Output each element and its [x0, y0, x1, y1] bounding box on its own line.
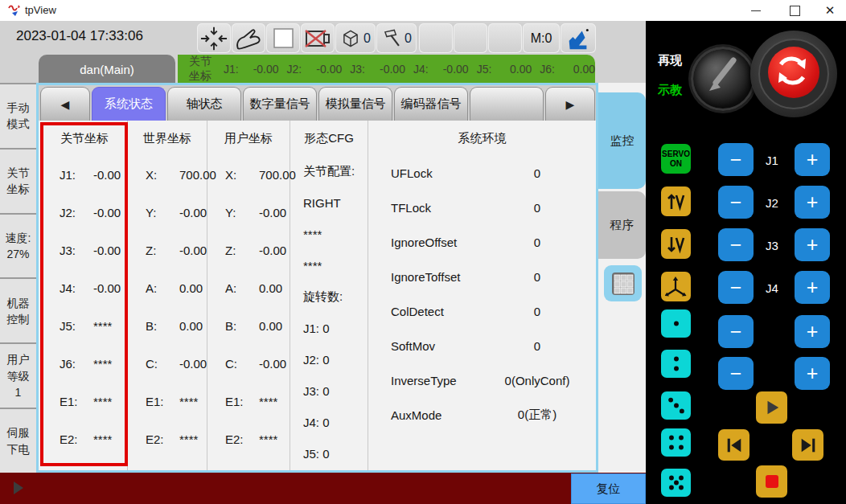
servo-on-button[interactable]: SERVO ON	[661, 144, 691, 174]
user-column-title: 用户坐标	[207, 121, 290, 156]
jog-minus-j4[interactable]: −	[718, 271, 754, 304]
toolbar-empty-button-2[interactable]	[454, 23, 487, 53]
jog-plus-j4[interactable]: +	[795, 271, 830, 304]
status-square-button[interactable]	[266, 23, 300, 53]
dice-4-button[interactable]	[661, 428, 691, 457]
sidebar-item-machine-control[interactable]: 机器 控制	[0, 277, 36, 342]
sidebar-item-servo-power-off[interactable]: 伺服 下电	[0, 408, 36, 473]
maximize-button[interactable]	[779, 0, 810, 21]
jog-minus-6[interactable]: −	[718, 357, 754, 390]
tab-program[interactable]: 程序	[598, 191, 646, 259]
window-title: tpView	[25, 4, 56, 16]
m-counter-button[interactable]: M:0	[523, 23, 560, 53]
dice-5-button[interactable]	[661, 469, 691, 497]
bar-joint-label: J3:	[350, 63, 365, 76]
step-back-button[interactable]	[718, 429, 749, 461]
sidebar-item-joint-coord[interactable]: 关节 坐标	[0, 148, 36, 213]
jog-minus-5[interactable]: −	[718, 315, 754, 348]
jog-plus-j1[interactable]: +	[795, 143, 830, 176]
jog-minus-j1[interactable]: −	[718, 143, 754, 176]
tab-scroll-right-button[interactable]: ▶	[545, 87, 595, 121]
bar-joint-value: 0.00	[563, 63, 595, 76]
mode-teach-label: 示教	[658, 83, 682, 98]
minimize-button[interactable]	[741, 0, 771, 21]
coord-type-label: 关节坐标	[189, 55, 212, 84]
tab-axis-status[interactable]: 轴状态	[167, 87, 241, 121]
joint-row: J2:-0.00	[42, 194, 127, 232]
tab-analog-signals[interactable]: 模拟量信号	[318, 87, 392, 121]
jog-plus-6[interactable]: +	[795, 357, 830, 390]
jog-minus-j2[interactable]: −	[718, 186, 754, 219]
world-row: C:-0.00	[128, 345, 207, 383]
play-button[interactable]	[756, 391, 787, 424]
center-align-button[interactable]	[197, 23, 231, 53]
hand-jog-button[interactable]	[232, 23, 265, 53]
cfg-line: J5: 0	[290, 438, 368, 469]
jog-plus-j3[interactable]: +	[795, 228, 830, 261]
joint-coordinate-bar: 关节坐标 J1:-0.00 J2:-0.00 J3:-0.00 J4:-0.00…	[178, 55, 595, 84]
sidebar-item-speed[interactable]: 速度: 27%	[0, 213, 36, 278]
bar-joint-value: 0.00	[499, 63, 532, 76]
hammer-icon	[381, 27, 402, 51]
alarm-expand-icon[interactable]	[14, 481, 23, 494]
tab-monitor[interactable]: 监控	[598, 92, 646, 189]
jog-minus-j3[interactable]: −	[718, 228, 754, 261]
bar-joint-value: -0.00	[310, 63, 342, 76]
dice-3-button[interactable]	[661, 391, 691, 420]
tab-scroll-left-button[interactable]: ◀	[40, 87, 90, 121]
close-button[interactable]: ✕	[815, 0, 845, 21]
tab-encoder-signals[interactable]: 编码器信号	[394, 87, 468, 121]
estop-red-cap	[768, 47, 819, 98]
jog-plus-j2[interactable]: +	[795, 186, 830, 219]
dice-2-button[interactable]	[661, 350, 691, 378]
user-row: X:700.00	[207, 156, 290, 194]
joint-row: J4:-0.00	[42, 269, 127, 307]
bar-joint-label: J1:	[224, 63, 239, 76]
env-row: ColDetect0	[368, 294, 596, 329]
coordinate-axes-icon	[665, 276, 688, 298]
user-row: E2:****	[207, 420, 290, 458]
reset-button[interactable]: 复位	[571, 473, 646, 504]
servo-off-button[interactable]	[301, 23, 335, 53]
tab-empty[interactable]	[470, 87, 544, 121]
dice-1-button[interactable]	[661, 309, 691, 338]
toolbar-empty-button-3[interactable]	[488, 23, 522, 53]
dice-1-icon	[663, 311, 689, 336]
jog-plus-5[interactable]: +	[795, 315, 830, 348]
tpview-window: tpView ✕ 2023-01-04 17:33:06	[0, 0, 846, 504]
robot-model-button[interactable]	[561, 23, 596, 53]
toolbar-empty-button-1[interactable]	[419, 23, 453, 53]
stop-button[interactable]	[756, 465, 787, 498]
joint-row: J1:-0.00	[42, 156, 127, 194]
speed-up-button[interactable]	[661, 186, 691, 216]
sidebar-item-user-level[interactable]: 用户 等级 1	[0, 342, 36, 408]
stop-icon	[766, 475, 778, 488]
user-row: E1:****	[207, 383, 290, 420]
step-back-icon	[725, 436, 744, 455]
motor-disabled-icon	[303, 26, 332, 51]
tab-system-status[interactable]: 系统状态	[92, 87, 166, 121]
mode-selector-knob[interactable]	[691, 47, 755, 111]
program-tab[interactable]: dan(Main)	[39, 55, 175, 84]
coord-system-button[interactable]	[661, 272, 691, 301]
hand-icon	[235, 27, 262, 51]
maximize-icon	[790, 6, 800, 16]
tab-digital-signals[interactable]: 数字量信号	[243, 87, 317, 121]
emergency-stop-button[interactable]	[750, 31, 837, 117]
alarm-bar	[0, 473, 646, 504]
sidebar-item-manual-mode[interactable]: 手动 模式	[0, 83, 36, 148]
tool-number-button[interactable]: 0	[335, 23, 376, 53]
step-forward-button[interactable]	[792, 429, 823, 461]
main-ui-region: 2023-01-04 17:33:06	[0, 21, 646, 504]
step-forward-icon	[799, 436, 818, 455]
estop-rotate-arrows-icon	[768, 47, 816, 95]
user-coord-column: 用户坐标 X:700.00 Y:-0.00 Z:-0.00 A:0.00 B:0…	[207, 121, 290, 470]
cfg-line: 旋转数:	[290, 281, 368, 313]
speed-down-button[interactable]	[661, 229, 691, 259]
keypad-button[interactable]	[604, 265, 642, 301]
user-row: C:-0.00	[207, 345, 290, 383]
work-number-button[interactable]: 0	[376, 23, 417, 53]
joint-row: J3:-0.00	[42, 232, 127, 269]
joint-row: J6:****	[42, 345, 127, 383]
bar-joint-label: J2:	[287, 63, 302, 76]
